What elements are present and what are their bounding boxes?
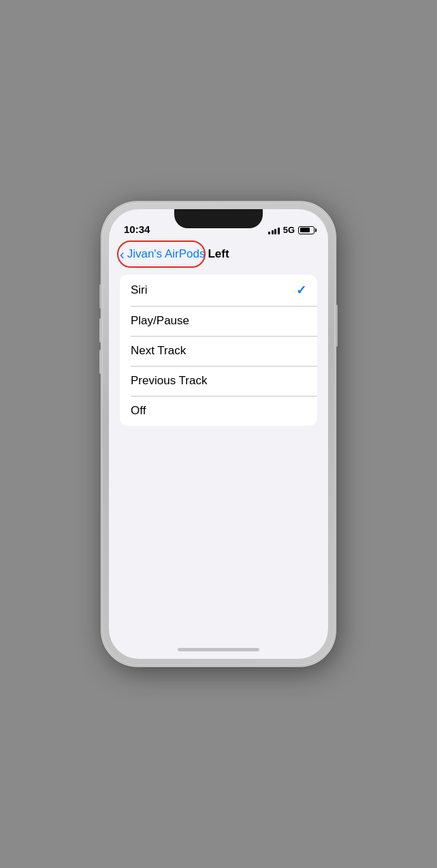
network-type: 5G (283, 225, 295, 235)
previous-track-label: Previous Track (131, 374, 207, 388)
page-title: Left (208, 247, 229, 261)
chevron-left-icon: ‹ (120, 247, 125, 261)
play-pause-label: Play/Pause (131, 314, 189, 328)
signal-icon (268, 226, 280, 234)
list-item[interactable]: Previous Track (120, 366, 317, 396)
status-icons: 5G (268, 225, 314, 235)
nav-bar: ‹ Jivan's AirPods Left (109, 239, 328, 269)
list-item[interactable]: Off (120, 396, 317, 426)
status-time: 10:34 (123, 223, 150, 235)
list-item[interactable]: Play/Pause (120, 306, 317, 336)
notch (174, 209, 263, 228)
selected-checkmark: ✓ (296, 283, 306, 298)
back-button[interactable]: ‹ Jivan's AirPods (120, 247, 205, 261)
signal-bar-1 (268, 232, 270, 234)
battery-icon (298, 226, 314, 234)
home-bar (178, 648, 259, 651)
next-track-label: Next Track (131, 344, 186, 358)
off-label: Off (131, 404, 146, 418)
list-item[interactable]: Siri ✓ (120, 275, 317, 306)
list-item[interactable]: Next Track (120, 336, 317, 366)
signal-bar-2 (272, 230, 274, 234)
content-area: Siri ✓ Play/Pause Next Track Previous Tr… (109, 269, 328, 640)
settings-group: Siri ✓ Play/Pause Next Track Previous Tr… (120, 275, 317, 426)
phone-screen: 10:34 5G ‹ Jivan's AirPo (109, 209, 328, 659)
back-label: Jivan's AirPods (127, 247, 206, 261)
signal-bar-4 (278, 228, 280, 234)
home-indicator (109, 640, 328, 659)
battery-body (298, 226, 314, 234)
phone-frame: 10:34 5G ‹ Jivan's AirPo (102, 202, 335, 666)
signal-bar-3 (274, 229, 276, 234)
siri-label: Siri (131, 283, 148, 297)
battery-fill (300, 228, 310, 232)
